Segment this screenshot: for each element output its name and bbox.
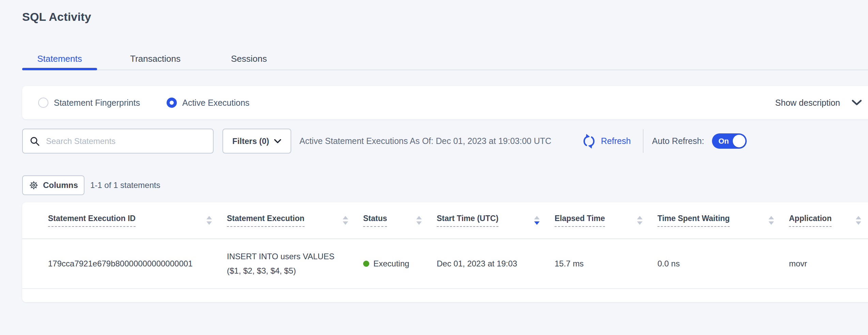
cell-time-spent-waiting: 0.0 ns	[657, 259, 789, 268]
toggle-knob-icon	[733, 135, 745, 147]
vertical-divider	[643, 129, 644, 153]
auto-refresh-label: Auto Refresh:	[652, 129, 704, 154]
sort-arrows-icon	[534, 216, 540, 225]
table-toolbar: Columns 1-1 of 1 statements	[0, 175, 868, 195]
tab-statements[interactable]: Statements	[22, 51, 97, 66]
sort-arrows-icon	[856, 216, 861, 225]
radio-unselected-icon	[38, 98, 48, 108]
search-input[interactable]	[45, 136, 206, 146]
radio-statement-fingerprints[interactable]: Statement Fingerprints	[38, 86, 140, 119]
tab-sessions[interactable]: Sessions	[231, 51, 267, 66]
as-of-text: Active Statement Executions As Of: Dec 0…	[299, 129, 551, 154]
radio-label: Statement Fingerprints	[54, 98, 140, 108]
cell-execution-id: 179cca7921e679b80000000000000001	[48, 259, 227, 268]
cell-statement: INSERT INTO users VALUES ($1, $2, $3, $4…	[227, 249, 363, 278]
view-mode-card: Statement Fingerprints Active Executions…	[22, 86, 868, 119]
columns-button-label: Columns	[43, 180, 78, 190]
active-tab-indicator	[22, 68, 97, 70]
sort-arrows-icon	[343, 216, 348, 225]
table-row[interactable]: 179cca7921e679b80000000000000001 INSERT …	[22, 239, 868, 289]
cell-start-time: Dec 01, 2023 at 19:03	[437, 259, 555, 268]
radio-selected-icon	[167, 98, 177, 108]
radio-label: Active Executions	[182, 98, 249, 108]
table-header-row: Statement Execution ID Statement Executi…	[22, 202, 868, 239]
statements-toolbar: Filters (0) Active Statement Executions …	[0, 129, 868, 154]
column-header-start-time[interactable]: Start Time (UTC)	[437, 214, 555, 227]
column-header-elapsed-time[interactable]: Elapsed Time	[555, 214, 657, 227]
columns-button[interactable]: Columns	[22, 175, 84, 195]
column-header-statement-execution[interactable]: Statement Execution	[227, 214, 363, 227]
column-header-application[interactable]: Application	[789, 214, 868, 227]
cell-elapsed-time: 15.7 ms	[555, 259, 657, 268]
column-header-time-spent-waiting[interactable]: Time Spent Waiting	[657, 214, 789, 227]
radio-active-executions[interactable]: Active Executions	[167, 86, 249, 119]
column-header-status[interactable]: Status	[363, 214, 437, 227]
sort-arrows-icon	[416, 216, 422, 225]
cell-application: movr	[789, 259, 868, 268]
show-description-toggle[interactable]: Show description	[775, 86, 862, 119]
gear-icon	[29, 180, 39, 190]
results-summary: 1-1 of 1 statements	[90, 175, 160, 195]
cell-status: Executing	[363, 259, 437, 268]
page-title: SQL Activity	[22, 10, 91, 24]
sort-arrows-icon	[637, 216, 642, 225]
refresh-label: Refresh	[601, 136, 631, 146]
refresh-icon	[581, 133, 597, 149]
tab-transactions[interactable]: Transactions	[130, 51, 181, 66]
search-box	[22, 129, 214, 154]
filters-button[interactable]: Filters (0)	[222, 129, 291, 154]
filters-label: Filters (0)	[232, 136, 269, 146]
tabs-divider-line	[22, 70, 868, 70]
sort-arrows-icon	[769, 216, 774, 225]
show-description-label: Show description	[775, 98, 840, 108]
chevron-down-icon	[852, 100, 862, 106]
statements-table: Statement Execution ID Statement Executi…	[22, 202, 868, 302]
toggle-state-label: On	[718, 133, 729, 149]
refresh-button[interactable]: Refresh	[581, 129, 631, 154]
sort-arrows-icon	[206, 216, 212, 225]
status-dot-icon	[363, 261, 369, 267]
search-icon	[30, 136, 40, 146]
column-header-statement-execution-id[interactable]: Statement Execution ID	[48, 214, 227, 227]
chevron-down-icon	[274, 139, 281, 144]
auto-refresh-toggle[interactable]: On	[712, 133, 747, 149]
status-label: Executing	[373, 259, 409, 268]
